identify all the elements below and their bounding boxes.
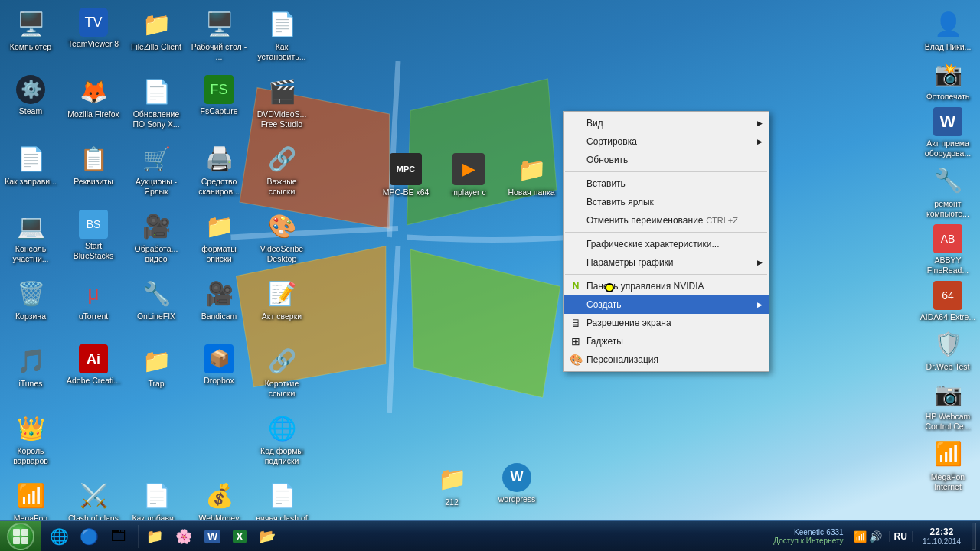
desktop-icon-abbyy-right[interactable]: AB ABBYY FineRead... (917, 220, 978, 277)
quick-launch-show-desktop[interactable]: 🗔 (104, 523, 133, 550)
taskbar-program-excel[interactable]: X (227, 523, 252, 550)
menu-item-vstavit[interactable]: Вставить (564, 174, 769, 193)
desktop-icon-vazhnye[interactable]: 🔗 Важные ссылки (251, 139, 312, 206)
desktop-icon-dvdvideo[interactable]: 🎬 DVDVideoS... Free Studio (251, 71, 312, 139)
desktop-icon-aida64-right[interactable]: 64 AIDA64 Extre... (917, 277, 978, 324)
desktop-icon-fscapture[interactable]: FS FsCapture (188, 71, 250, 139)
taskbar: 🌐 🔵 🗔 📁 🌸 W X 📂 (0, 520, 980, 551)
menu-separator-3 (565, 274, 767, 275)
menu-separator-2 (565, 232, 767, 233)
system-tray: 📶 🔊 (850, 521, 886, 551)
desktop-icon-word-right[interactable]: W Акт приема оборудова... (917, 103, 978, 160)
taskbar-program-flowers[interactable]: 🌸 (169, 523, 198, 550)
desktop-icon-konsol[interactable]: 💻 Консоль участни... (0, 206, 61, 273)
tray-volume-icon[interactable]: 🔊 (869, 530, 882, 543)
desktop-icon-novaya-papka[interactable]: 📁 Новая папка (501, 149, 562, 199)
desktop-icon-adobe[interactable]: Ai Adobe Creati... (63, 341, 124, 408)
desktop-icon-onlinefix[interactable]: 🔧 OnLineFIX (126, 273, 187, 341)
desktop-icon-korzina[interactable]: 🗑️ Корзина (0, 273, 61, 341)
start-orb (7, 523, 34, 550)
desktop-icon-videoscribe[interactable]: 🎨 VideoScribe Desktop (251, 206, 312, 273)
desktop-icon-firefox[interactable]: 🦊 Mozilla Firefox (63, 71, 124, 139)
clock-time: 22:32 (930, 527, 954, 537)
nvidia-icon: N (568, 279, 583, 294)
context-menu: Вид Сортировка Обновить Вставить Вставит… (563, 111, 769, 372)
desktop-icon-mpc-be[interactable]: MPC MPC-BE x64 (375, 149, 436, 199)
desktop-icon-teamviewer[interactable]: TV TeamViewer 8 (63, 4, 124, 71)
desktop-icon-212[interactable]: 📁 212 (421, 459, 482, 509)
quick-launch-ie[interactable]: 🌐 (44, 523, 74, 550)
desktop-icon-korol[interactable]: 👑 Король варваров (0, 408, 61, 475)
desktop-icon-rabochiy[interactable]: 🖥️ Рабочий стол - ... (188, 4, 250, 71)
desktop-icon-formats[interactable]: 📁 форматы описки (188, 206, 250, 273)
desktop-icon-filezilla[interactable]: 📁 FileZilla Client (126, 4, 187, 71)
menu-item-gadzhety[interactable]: ⊞ Гаджеты (564, 332, 769, 350)
personalize-icon: 🎨 (568, 352, 583, 367)
gadgets-icon: ⊞ (568, 334, 583, 349)
menu-item-vid[interactable]: Вид (564, 114, 769, 132)
desktop-icon-bandicam[interactable]: 🎥 Bandicam (188, 273, 250, 341)
menu-item-personalizatsiya[interactable]: 🎨 Персонализация (564, 350, 769, 369)
svg-rect-2 (13, 537, 20, 544)
svg-rect-3 (21, 537, 28, 544)
bottom-middle-icons: 📁 212 W wordpress (421, 459, 547, 509)
menu-item-otmenit[interactable]: Отменить переименование CTRL+Z (564, 211, 769, 230)
desktop-icon-kompyuter[interactable]: 🖥️ Компьютер (0, 4, 61, 71)
menu-item-obnovit[interactable]: Обновить (564, 151, 769, 169)
menu-item-nvidia[interactable]: N Панель управления NVIDIA (564, 277, 769, 295)
desktop-icon-itunes[interactable]: 🎵 iTunes (0, 341, 61, 408)
menu-separator-1 (565, 171, 767, 172)
desktop-icon-korotkie[interactable]: 🔗 Короткие ссылки (251, 341, 312, 408)
quick-launch-chrome[interactable]: 🔵 (74, 523, 103, 550)
desktop-icon-remont-right[interactable]: 🔧 ремонт компьюте... (917, 161, 978, 220)
desktop-icon-rekvizity[interactable]: 📋 Реквизиты (63, 139, 124, 206)
taskbar-program-word[interactable]: W (198, 523, 227, 550)
desktop-icon-drweb-test-right[interactable]: 🛡️ Dr.Web Test (917, 324, 978, 373)
menu-item-sortirovka[interactable]: Сортировка (564, 132, 769, 151)
desktop-icon-vlad[interactable]: 👤 Влад Ники... (917, 4, 978, 54)
desktop-icon-utorrent[interactable]: μ uTorrent (63, 273, 124, 341)
clock[interactable]: 22:32 11.10.2014 (916, 525, 967, 547)
menu-item-parametry[interactable]: Параметры графики (564, 253, 769, 272)
desktop-icon-kak-ustanovit[interactable]: 📄 Как установить... (251, 4, 312, 71)
desktop-icon-auktsiony[interactable]: 🛒 Аукционы - Ярлык (126, 139, 187, 206)
desktop-icon-dropbox[interactable]: 📦 Dropbox (188, 341, 250, 408)
desktop-icon-megafon-right[interactable]: 📶 MegaFon Internet (917, 434, 978, 494)
windows-orb-icon (12, 528, 29, 545)
screen-res-icon: 🖥 (568, 315, 583, 331)
svg-rect-0 (13, 529, 20, 536)
desktop-icon-mplayer[interactable]: ▶ mplayer с (438, 149, 499, 199)
desktop-icon-fotoprint[interactable]: 📸 Фотопечать (917, 54, 978, 103)
quick-launch-area: 🌐 🔵 🗔 (41, 521, 136, 551)
desktop-icon-wordpress[interactable]: W wordpress (486, 459, 547, 509)
menu-item-vstavit-yarlyk[interactable]: Вставить ярлык (564, 193, 769, 211)
desktop-icon-sredstvo[interactable]: 🖨️ Средство сканиров... (188, 139, 250, 206)
menu-item-sozdat[interactable]: Создать (564, 295, 769, 314)
taskbar-word-icon: W (204, 530, 220, 543)
menu-item-grafika[interactable]: Графические характеристики... (564, 235, 769, 253)
taskbar-program-folder2[interactable]: 📂 (253, 523, 282, 550)
desktop: 🖥️ Компьютер TV TeamViewer 8 📁 FileZilla… (0, 0, 980, 551)
network-status-text: Доступ к Интернету (773, 536, 843, 545)
taskbar-program-explorer[interactable]: 📁 (140, 523, 169, 550)
desktop-icon-kak-zapravit[interactable]: 📄 Как заправи... (0, 139, 61, 206)
network-name: Keenetic-6331 (794, 528, 844, 536)
taskbar-flowers-icon: 🌸 (175, 528, 192, 545)
desktop-icon-bluestacks[interactable]: BS Start BlueStacks (63, 206, 124, 273)
desktop-icon-trap[interactable]: 📁 Trap (126, 341, 187, 408)
taskbar-explorer-icon: 📁 (146, 528, 163, 545)
desktop-icon-obrabotka[interactable]: 🎥 Обработа... видео (126, 206, 187, 273)
show-desktop-button[interactable] (972, 523, 976, 550)
network-status-area: Keenetic-6331 Доступ к Интернету (773, 528, 843, 545)
desktop-icon-vebmaster[interactable]: 🌐 Код формы подписки (251, 408, 312, 475)
language-indicator[interactable]: RU (889, 531, 913, 542)
tray-network-icon[interactable]: 📶 (854, 530, 867, 543)
desktop-icon-hp-webcam-right[interactable]: 📷 HP Webcam Control Ce... (917, 373, 978, 433)
desktop-icon-sony[interactable]: 📄 Обновление ПО Sony X... (126, 71, 187, 139)
taskbar-divider-1 (138, 525, 139, 548)
start-button[interactable] (0, 521, 41, 552)
desktop-icon-akt-sverki[interactable]: 📝 Акт сверки (251, 273, 312, 341)
menu-item-razreshenie[interactable]: 🖥 Разрешение экрана (564, 314, 769, 332)
taskbar-excel-icon: X (233, 530, 246, 543)
desktop-icon-steam[interactable]: ⚙️ Steam (0, 71, 61, 139)
